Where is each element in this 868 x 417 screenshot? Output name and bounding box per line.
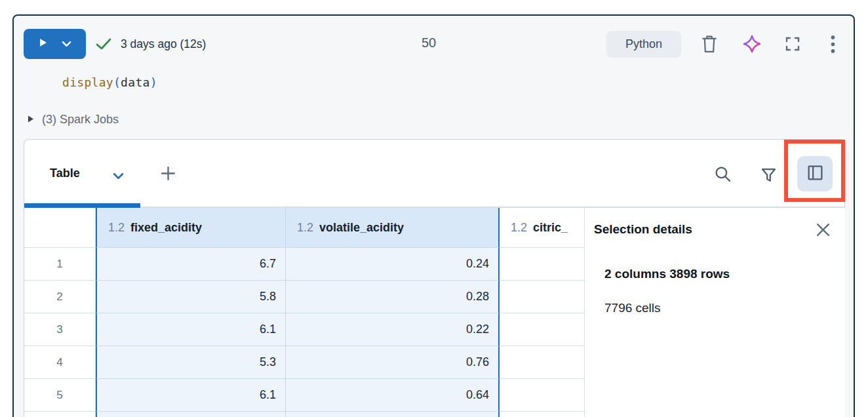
numeric-type-icon: 1.2: [108, 221, 125, 235]
row-number[interactable]: 4: [24, 346, 96, 379]
tab-options-chevron-icon[interactable]: [113, 170, 124, 182]
tab-table[interactable]: Table: [50, 167, 80, 180]
annotation-highlight-box: [784, 140, 845, 202]
table-cell[interactable]: 0.22: [286, 313, 500, 346]
table-cell[interactable]: 5.3: [96, 346, 286, 379]
trash-icon[interactable]: [701, 35, 718, 53]
row-number[interactable]: 3: [24, 313, 96, 346]
spark-jobs-expander[interactable]: (3) Spark Jobs: [28, 113, 119, 127]
language-selector[interactable]: Python: [606, 31, 681, 58]
code-function: display: [62, 75, 113, 89]
table-cell[interactable]: [286, 412, 500, 417]
row-number[interactable]: [24, 412, 96, 417]
table-cell[interactable]: 0.76: [286, 346, 500, 379]
code-argument: data: [121, 75, 150, 89]
code-paren-open: (: [113, 75, 121, 89]
numeric-type-icon: 1.2: [511, 221, 527, 235]
column-header-fixed-acidity[interactable]: 1.2 fixed_acidity: [96, 208, 286, 248]
table-cell[interactable]: 6.1: [96, 313, 286, 346]
table-cell[interactable]: 0.64: [286, 379, 500, 412]
active-tab-indicator: [24, 203, 140, 208]
last-run-status: 3 days ago (12s): [121, 37, 206, 51]
code-paren-close: ): [150, 75, 157, 89]
add-tab-icon[interactable]: [161, 166, 176, 184]
row-number[interactable]: 2: [24, 281, 96, 313]
kebab-menu-icon[interactable]: [831, 35, 835, 53]
table-cell[interactable]: 6.1: [96, 379, 286, 412]
table-cell[interactable]: [96, 412, 286, 417]
code-editor-line[interactable]: display(data): [62, 75, 157, 89]
spark-jobs-label: (3) Spark Jobs: [42, 113, 119, 127]
table-cell[interactable]: 0.24: [286, 248, 500, 281]
language-label: Python: [625, 37, 662, 51]
column-header-volatile-acidity[interactable]: 1.2 volatile_acidity: [286, 208, 500, 248]
row-number-header[interactable]: [24, 208, 96, 248]
close-icon[interactable]: [816, 222, 831, 240]
play-icon: [38, 37, 48, 50]
execution-count: 50: [422, 35, 436, 50]
selection-cell-count: 7796 cells: [604, 301, 661, 315]
row-number[interactable]: 5: [24, 379, 96, 412]
run-cell-button[interactable]: [24, 29, 86, 59]
selection-summary: 2 columns 3898 rows: [604, 267, 730, 281]
disclosure-triangle-icon: [28, 114, 34, 126]
notebook-cell-screenshot: 3 days ago (12s) 50 Python display(data)…: [0, 0, 868, 417]
search-icon[interactable]: [714, 165, 732, 186]
expand-icon[interactable]: [785, 36, 800, 52]
filter-icon[interactable]: [760, 167, 777, 186]
assistant-sparkle-icon[interactable]: [742, 34, 762, 54]
selection-details-panel: Selection details 2 columns 3898 rows 77…: [584, 207, 845, 417]
numeric-type-icon: 1.2: [297, 221, 313, 235]
success-check-icon: [96, 37, 111, 53]
row-number[interactable]: 1: [24, 248, 96, 281]
run-options-chevron-icon[interactable]: [62, 38, 71, 50]
table-cell[interactable]: 0.28: [286, 281, 500, 313]
table-cell[interactable]: 6.7: [96, 248, 286, 281]
table-cell[interactable]: 5.8: [96, 281, 286, 313]
selection-details-title: Selection details: [594, 222, 692, 237]
